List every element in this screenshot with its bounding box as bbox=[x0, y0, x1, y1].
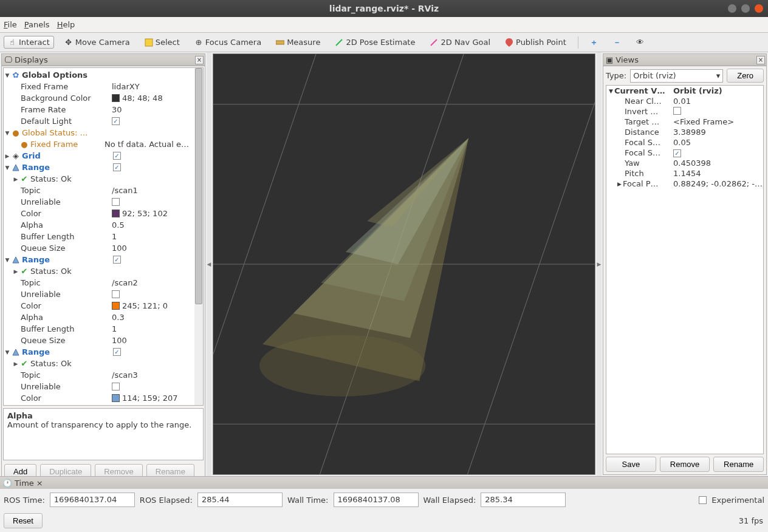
reset-button[interactable]: Reset bbox=[4, 513, 43, 528]
tree-grid[interactable]: ◈Grid✓ bbox=[4, 150, 203, 162]
wall-time-field[interactable]: 1696840137.08 bbox=[334, 493, 419, 507]
tree-range1-topic[interactable]: Topic/scan1 bbox=[4, 185, 203, 196]
measure-icon bbox=[276, 38, 284, 47]
toolbar: ☝ Interact ✥ Move Camera Select ⊕ Focus … bbox=[0, 33, 768, 52]
tree-frame-rate[interactable]: Frame Rate30 bbox=[4, 104, 203, 115]
views-tree[interactable]: ▼ Current V…Orbit (rviz) Near Cl…0.01 In… bbox=[606, 85, 764, 454]
tool-move-camera[interactable]: ✥ Move Camera bbox=[60, 36, 134, 49]
invert-checkbox[interactable] bbox=[673, 107, 681, 115]
tool-focus-camera[interactable]: ⊕ Focus Camera bbox=[190, 36, 266, 49]
pose-estimate-icon bbox=[335, 38, 343, 47]
range2-unreliable-checkbox[interactable] bbox=[112, 290, 120, 298]
tree-range3-status[interactable]: ✔Status: Ok bbox=[4, 358, 203, 369]
tree-fixed-frame-error[interactable]: ●Fixed FrameNo tf data. Actual e… bbox=[4, 138, 203, 150]
tree-range1-alpha[interactable]: Alpha0.5 bbox=[4, 219, 203, 231]
displays-scrollbar[interactable] bbox=[194, 68, 203, 405]
menu-file[interactable]: File bbox=[4, 20, 17, 29]
left-splitter[interactable]: ◀ bbox=[207, 52, 211, 476]
range3-unreliable-checkbox[interactable] bbox=[112, 383, 120, 390]
tree-fixed-frame[interactable]: Fixed FramelidarXY bbox=[4, 81, 203, 92]
svg-rect-1 bbox=[276, 41, 284, 44]
tree-range2-color[interactable]: Color245; 121; 0 bbox=[4, 300, 203, 312]
svg-marker-5 bbox=[13, 257, 19, 263]
range1-checkbox[interactable]: ✓ bbox=[113, 163, 121, 171]
tree-range3-unreliable[interactable]: Unreliable bbox=[4, 381, 203, 392]
tree-range3-color[interactable]: Color114; 159; 207 bbox=[4, 392, 203, 404]
tool-interact[interactable]: ☝ Interact bbox=[4, 36, 54, 49]
window-close-button[interactable] bbox=[755, 4, 763, 13]
select-icon bbox=[145, 38, 153, 47]
clock-icon: 🕐 bbox=[2, 479, 12, 488]
tool-measure[interactable]: Measure bbox=[272, 36, 324, 49]
tree-range-2[interactable]: Range✓ bbox=[4, 254, 203, 265]
tree-range3-topic[interactable]: Topic/scan3 bbox=[4, 369, 203, 381]
tree-range1-queue[interactable]: Queue Size100 bbox=[4, 242, 203, 254]
experimental-checkbox[interactable] bbox=[699, 496, 707, 504]
grid-checkbox[interactable]: ✓ bbox=[113, 152, 121, 160]
range2-checkbox[interactable]: ✓ bbox=[113, 256, 121, 264]
wall-time-label: Wall Time: bbox=[287, 496, 329, 505]
tool-select[interactable]: Select bbox=[140, 36, 184, 49]
time-close-button[interactable]: × bbox=[36, 479, 43, 488]
rename-view-button[interactable]: Rename bbox=[713, 457, 764, 472]
tool-add[interactable]: ＋ bbox=[586, 36, 603, 49]
displays-close-button[interactable]: × bbox=[195, 56, 204, 64]
ros-elapsed-field[interactable]: 285.44 bbox=[197, 493, 283, 507]
desc-title: Alpha bbox=[7, 411, 199, 420]
warning-icon: ● bbox=[19, 140, 29, 149]
view-type-combo[interactable]: Orbit (rviz) ▾ bbox=[630, 69, 723, 83]
remove-view-button[interactable]: Remove bbox=[660, 457, 710, 472]
time-panel-header[interactable]: 🕐 Time × bbox=[0, 477, 768, 489]
window-titlebar: lidar_range.rviz* - RViz bbox=[0, 0, 768, 17]
focal-shape-checkbox[interactable]: ✓ bbox=[673, 149, 681, 157]
tree-bg-color[interactable]: Background Color48; 48; 48 bbox=[4, 92, 203, 104]
svg-line-3 bbox=[431, 39, 437, 46]
tree-range2-unreliable[interactable]: Unreliable bbox=[4, 288, 203, 300]
window-maximize-button[interactable] bbox=[741, 4, 750, 13]
tree-range1-buffer[interactable]: Buffer Length1 bbox=[4, 231, 203, 242]
gear-icon: ✿ bbox=[11, 71, 21, 80]
chevron-down-icon: ▾ bbox=[716, 71, 721, 80]
views-close-button[interactable]: × bbox=[756, 56, 765, 64]
tree-range-1[interactable]: Range✓ bbox=[4, 162, 203, 173]
tool-eye[interactable]: 👁 bbox=[632, 36, 649, 49]
ok-icon: ✔ bbox=[19, 360, 29, 368]
3d-viewport[interactable] bbox=[213, 53, 595, 475]
tree-default-light[interactable]: Default Light✓ bbox=[4, 115, 203, 127]
svg-marker-6 bbox=[13, 349, 19, 355]
tree-range2-status[interactable]: ✔Status: Ok bbox=[4, 265, 203, 277]
menubar: File Panels Help bbox=[0, 17, 768, 33]
ros-time-field[interactable]: 1696840137.04 bbox=[50, 493, 135, 507]
tree-global-status[interactable]: ●Global Status: … bbox=[4, 127, 203, 138]
ok-icon: ✔ bbox=[19, 267, 29, 276]
tool-2d-nav-goal[interactable]: 2D Nav Goal bbox=[425, 36, 495, 49]
view-type-label: Type: bbox=[606, 71, 626, 80]
tree-range-3[interactable]: Range✓ bbox=[4, 346, 203, 358]
menu-help[interactable]: Help bbox=[57, 20, 75, 29]
tool-2d-pose-estimate[interactable]: 2D Pose Estimate bbox=[331, 36, 419, 49]
wall-elapsed-field[interactable]: 285.34 bbox=[481, 493, 566, 507]
menu-panels[interactable]: Panels bbox=[24, 20, 50, 29]
tree-range2-queue[interactable]: Queue Size100 bbox=[4, 335, 203, 346]
tool-remove[interactable]: － bbox=[609, 36, 626, 49]
tree-range2-topic[interactable]: Topic/scan2 bbox=[4, 277, 203, 288]
zero-button[interactable]: Zero bbox=[727, 69, 764, 83]
displays-tree[interactable]: ✿Global Options Fixed FramelidarXY Backg… bbox=[4, 68, 203, 405]
experimental-label: Experimental bbox=[711, 496, 764, 505]
tree-range2-buffer[interactable]: Buffer Length1 bbox=[4, 323, 203, 335]
window-minimize-button[interactable] bbox=[728, 4, 736, 13]
tree-range1-status[interactable]: ✔Status: Ok bbox=[4, 173, 203, 185]
default-light-checkbox[interactable]: ✓ bbox=[112, 117, 120, 125]
tree-range2-alpha[interactable]: Alpha0.3 bbox=[4, 312, 203, 323]
right-splitter[interactable]: ▶ bbox=[597, 52, 602, 476]
tree-range1-color[interactable]: Color92; 53; 102 bbox=[4, 208, 203, 219]
range1-unreliable-checkbox[interactable] bbox=[112, 198, 120, 206]
range3-checkbox[interactable]: ✓ bbox=[113, 348, 121, 356]
save-view-button[interactable]: Save bbox=[606, 457, 656, 472]
tree-range1-unreliable[interactable]: Unreliable bbox=[4, 196, 203, 208]
tool-publish-point[interactable]: Publish Point bbox=[501, 36, 571, 49]
tree-global-options[interactable]: ✿Global Options bbox=[4, 69, 203, 81]
range1-color-swatch bbox=[112, 210, 120, 217]
views-panel-header[interactable]: ▣ Views × bbox=[603, 54, 766, 66]
displays-panel-header[interactable]: 🖵 Displays × bbox=[2, 54, 205, 66]
